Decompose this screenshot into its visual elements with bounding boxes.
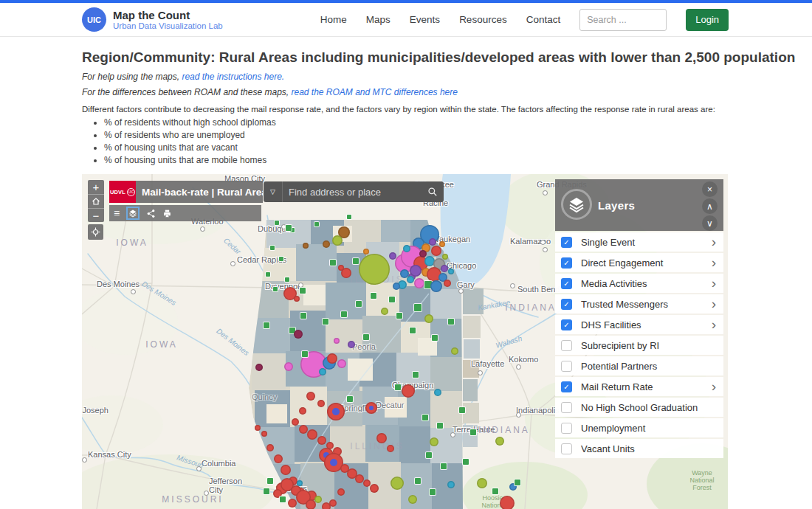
map-dot[interactable]: [347, 215, 351, 219]
nav-item-contact[interactable]: Contact: [526, 14, 561, 25]
map-dot[interactable]: [434, 389, 441, 396]
map-dot[interactable]: [410, 328, 416, 333]
map-dot[interactable]: [470, 429, 476, 435]
map-dot[interactable]: [285, 277, 289, 282]
map-dot[interactable]: [261, 431, 267, 437]
nav-item-events[interactable]: Events: [410, 14, 440, 25]
share-button[interactable]: [146, 209, 156, 218]
chevron-right-icon[interactable]: ›: [712, 255, 716, 271]
map-dot[interactable]: [430, 437, 438, 446]
map-dot[interactable]: [393, 283, 400, 290]
map-dot[interactable]: [297, 480, 303, 486]
chevron-right-icon[interactable]: ›: [712, 297, 716, 312]
map-dot[interactable]: [426, 452, 432, 458]
layer-row-single-event[interactable]: ✓Single Event›: [555, 232, 723, 252]
map-dot[interactable]: [441, 265, 448, 272]
map-dot[interactable]: [294, 296, 300, 302]
locate-button[interactable]: [88, 224, 103, 240]
site-search-input[interactable]: [579, 9, 667, 31]
map-dot[interactable]: [327, 403, 345, 420]
map-dot[interactable]: [317, 436, 326, 445]
map-dot[interactable]: [255, 364, 263, 371]
map-dot[interactable]: [363, 334, 369, 340]
map-dot[interactable]: [300, 288, 306, 294]
map-dot[interactable]: [280, 496, 286, 502]
map-dot[interactable]: [337, 488, 345, 496]
map-dot[interactable]: [437, 423, 443, 429]
map-dot[interactable]: [500, 496, 515, 509]
map-dot[interactable]: [359, 254, 390, 285]
map-dot[interactable]: [348, 341, 355, 348]
map-dot[interactable]: [413, 372, 419, 378]
map-dot[interactable]: [338, 265, 344, 271]
layer-checkbox[interactable]: ✓: [561, 278, 572, 289]
map-dot[interactable]: [274, 454, 283, 463]
map-dot[interactable]: [414, 304, 422, 311]
chevron-right-icon[interactable]: ›: [712, 235, 716, 250]
map-dot[interactable]: [414, 278, 424, 288]
map-dot[interactable]: [306, 392, 315, 401]
map-dot[interactable]: [347, 396, 353, 402]
map-dot[interactable]: [329, 499, 337, 507]
map-dot[interactable]: [448, 269, 454, 274]
map-dot[interactable]: [492, 488, 498, 494]
map-dot[interactable]: [299, 407, 306, 415]
nav-item-resources[interactable]: Resources: [459, 14, 507, 25]
layers-toggle-button[interactable]: [126, 207, 140, 220]
map-dot[interactable]: [395, 384, 401, 390]
map-dot[interactable]: [424, 314, 433, 323]
map-dot[interactable]: [337, 359, 346, 368]
find-address-input[interactable]: [283, 187, 422, 198]
map-dot[interactable]: [327, 353, 337, 364]
layer-row-vacant-units[interactable]: Vacant Units: [555, 439, 723, 458]
map-dot[interactable]: [459, 407, 465, 413]
map-dot[interactable]: [314, 222, 319, 226]
map-dot[interactable]: [273, 287, 278, 291]
map-dot[interactable]: [407, 276, 414, 283]
layer-row-direct-engagement[interactable]: ✓Direct Engagement›: [555, 253, 723, 272]
map-dot[interactable]: [430, 489, 436, 495]
layer-checkbox[interactable]: ✓: [561, 257, 572, 269]
map-dot[interactable]: [370, 484, 379, 493]
nav-item-home[interactable]: Home: [320, 14, 347, 25]
layer-checkbox[interactable]: [561, 340, 572, 351]
map-dot[interactable]: [419, 250, 427, 257]
map-dot[interactable]: [294, 330, 303, 339]
map-dot[interactable]: [439, 241, 445, 247]
map-dot[interactable]: [319, 368, 326, 375]
chevron-right-icon[interactable]: ›: [712, 276, 716, 291]
map-dot[interactable]: [430, 280, 442, 292]
map-dot[interactable]: [390, 477, 404, 490]
layer-checkbox[interactable]: ✓: [561, 237, 572, 248]
layers-collapse-down-button[interactable]: ∨: [702, 215, 718, 231]
map-search-button[interactable]: [422, 187, 444, 197]
roam-differences-link[interactable]: read the ROAM and MTC differences here: [291, 87, 457, 97]
map-dot[interactable]: [284, 362, 293, 371]
layer-row-mail-return-rate[interactable]: ✓Mail Return Rate›: [555, 377, 723, 396]
map-dot[interactable]: [477, 478, 487, 488]
map-dot[interactable]: [448, 319, 454, 325]
map-dot[interactable]: [396, 313, 402, 319]
map-dot[interactable]: [266, 272, 270, 277]
map-widget[interactable]: Mason CityWaterlooDubuqueCedar RapidsDes…: [82, 174, 728, 509]
udvl-logo[interactable]: UDVL UIC: [109, 181, 136, 203]
map-dot[interactable]: [299, 425, 308, 434]
layer-checkbox[interactable]: ✓: [561, 319, 572, 330]
layer-checkbox[interactable]: [561, 443, 572, 454]
map-dot[interactable]: [300, 313, 306, 319]
map-dot[interactable]: [415, 478, 421, 484]
map-dot[interactable]: [334, 338, 340, 344]
search-dropdown-button[interactable]: ▽: [264, 181, 283, 202]
layer-checkbox[interactable]: [561, 402, 572, 413]
map-dot[interactable]: [429, 238, 436, 246]
layer-row-trusted-messengers[interactable]: ✓Trusted Messengers›: [555, 294, 723, 314]
map-dot[interactable]: [371, 293, 376, 299]
map-dot[interactable]: [292, 418, 299, 426]
map-dot[interactable]: [302, 351, 308, 357]
map-dot[interactable]: [330, 260, 336, 266]
map-dot[interactable]: [266, 444, 274, 451]
map-dot[interactable]: [323, 319, 328, 325]
map-dot[interactable]: [275, 221, 279, 225]
map-dot[interactable]: [332, 235, 343, 246]
map-dot[interactable]: [441, 463, 447, 469]
